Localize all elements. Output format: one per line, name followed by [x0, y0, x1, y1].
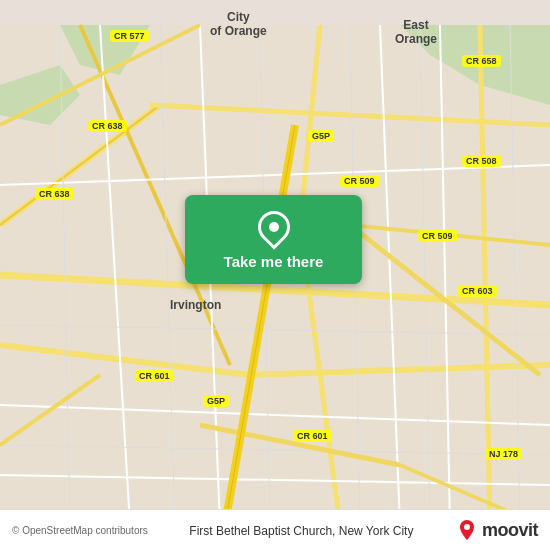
moovit-logo: moovit: [455, 518, 538, 542]
map-container: CR 577 CR 638 CR 638 CR 658 CR 509 CR 50…: [0, 0, 550, 550]
take-me-there-button[interactable]: Take me there: [185, 195, 362, 284]
take-me-there-label: Take me there: [224, 253, 324, 270]
footer-left: © OpenStreetMap contributors: [12, 525, 148, 536]
place-name: First Bethel Baptist Church, New York Ci…: [189, 524, 413, 538]
moovit-text: moovit: [482, 520, 538, 541]
footer-bar: © OpenStreetMap contributors First Bethe…: [0, 509, 550, 550]
osm-attribution: © OpenStreetMap contributors: [12, 525, 148, 536]
svg-point-37: [464, 524, 470, 530]
location-pin-icon: [256, 209, 292, 245]
